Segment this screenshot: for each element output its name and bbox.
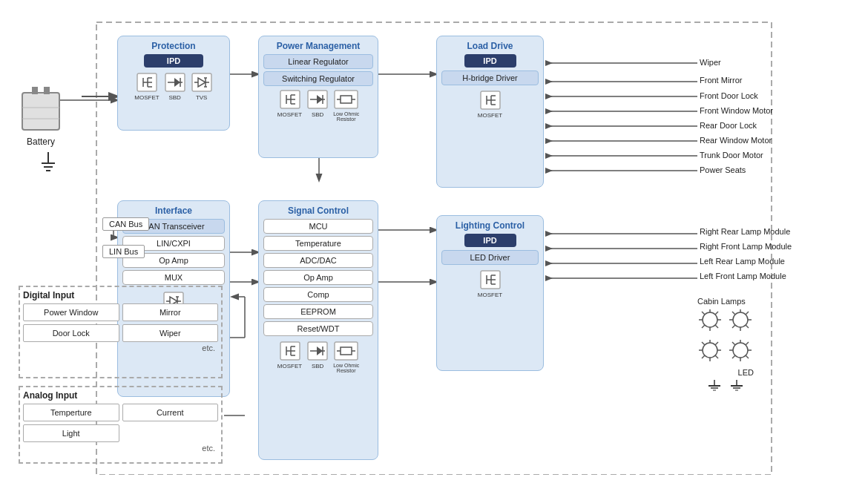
svg-line-152 [746, 355, 749, 358]
svg-rect-49 [32, 87, 38, 94]
svg-rect-48 [22, 93, 59, 130]
svg-line-134 [746, 325, 749, 328]
svg-marker-32 [545, 79, 553, 85]
lighting-icons: MOSFET [441, 269, 539, 298]
digital-input-door-lock: Door Lock [23, 324, 119, 342]
svg-marker-35 [545, 123, 553, 129]
led-label: LED [697, 368, 754, 377]
svg-marker-44 [545, 246, 553, 252]
svg-marker-46 [545, 275, 553, 281]
svg-marker-31 [545, 60, 553, 66]
svg-line-132 [746, 312, 749, 315]
svg-line-123 [715, 312, 718, 315]
svg-marker-45 [545, 260, 553, 266]
protection-ipd: IPD [144, 54, 203, 68]
analog-input-current: Current [122, 404, 219, 421]
svg-line-151 [732, 355, 735, 358]
analog-input-light: Light [23, 424, 119, 442]
cabin-lamps-label: Cabin Lamps [697, 297, 754, 306]
eeprom: EEPROM [263, 304, 373, 319]
lamp-grid [697, 309, 754, 365]
protection-icons: MOSFET SBD TVS [122, 72, 225, 101]
load-drive-block: Load Drive IPD H-bridge Driver MOSFET [436, 36, 544, 188]
output-trunk-door-motor: Trunk Door Motor [700, 151, 763, 160]
mcu: MCU [263, 219, 373, 234]
linear-regulator: Linear Regulator [263, 54, 373, 69]
analog-input-temperature: Temperture [23, 404, 119, 421]
analog-input-etc: etc. [23, 444, 218, 453]
protection-title: Protection [122, 41, 225, 51]
svg-line-143 [715, 355, 718, 358]
digital-input-title: Digital Input [23, 290, 218, 300]
svg-line-122 [702, 312, 705, 315]
output-wiper: Wiper [700, 58, 721, 67]
ground-symbols [697, 380, 754, 395]
led-driver: LED Driver [441, 250, 539, 265]
temperature: Temperature [263, 236, 373, 251]
signal-op-amp: Op Amp [263, 270, 373, 285]
output-front-door-lock: Front Door Lock [700, 91, 758, 100]
output-right-front-lamp: Right Front Lamp Module [700, 242, 792, 251]
power-mgmt-icons: MOSFET SBD Low OhmicResistor [263, 89, 373, 122]
output-left-front-lamp: Left Front Lamp Module [700, 272, 786, 280]
svg-marker-34 [545, 108, 553, 114]
analog-input-box: Analog Input Temperture Current Light et… [19, 386, 223, 464]
digital-input-box: Digital Input Power Window Mirror Door L… [19, 286, 223, 378]
svg-marker-43 [545, 231, 553, 237]
output-left-rear-lamp: Left Rear Lamp Module [700, 257, 785, 266]
svg-line-133 [732, 325, 735, 328]
output-front-window-motor: Front Window Motor [700, 106, 773, 115]
switching-regulator: Switching Regulator [263, 71, 373, 86]
lighting-control-title: Lighting Control [441, 220, 539, 231]
digital-input-mirror: Mirror [122, 303, 219, 321]
reset-wdt: Reset/WDT [263, 321, 373, 336]
svg-line-141 [715, 342, 718, 345]
lamp-icon-2 [728, 309, 754, 335]
svg-line-149 [732, 342, 735, 345]
svg-line-131 [732, 312, 735, 315]
lamp-icon-1 [697, 309, 723, 335]
svg-line-150 [746, 342, 749, 345]
lighting-ipd: IPD [464, 234, 516, 247]
load-drive-title: Load Drive [441, 41, 539, 51]
comp: Comp [263, 287, 373, 302]
mux: MUX [122, 270, 225, 285]
battery-label: Battery [19, 137, 63, 147]
svg-line-125 [715, 325, 718, 328]
power-mgmt-title: Power Management [263, 41, 373, 51]
cabin-lamps-section: Cabin Lamps [697, 297, 754, 395]
svg-marker-33 [545, 93, 553, 99]
lighting-control-block: Lighting Control IPD LED Driver MOSFET [436, 215, 544, 371]
lamp-icon-4 [728, 339, 754, 365]
lin-bus-label: LIN Bus [102, 245, 145, 258]
svg-marker-38 [545, 168, 553, 174]
svg-marker-37 [545, 153, 553, 159]
output-front-mirror: Front Mirror [700, 76, 742, 85]
output-power-seats: Power Seats [700, 165, 746, 174]
svg-marker-36 [545, 138, 553, 144]
digital-input-wiper: Wiper [122, 324, 219, 342]
lamp-icon-3 [697, 339, 723, 365]
battery-group: Battery [19, 78, 63, 147]
analog-input-title: Analog Input [23, 390, 218, 401]
output-rear-window-motor: Rear Window Motor [700, 136, 772, 145]
hbridge-driver: H-bridge Driver [441, 70, 539, 85]
protection-block: Protection IPD MOSFET SBD [117, 36, 230, 131]
digital-input-etc: etc. [23, 344, 218, 352]
load-drive-icons: MOSFET [441, 90, 539, 119]
svg-line-124 [702, 325, 705, 328]
svg-rect-50 [44, 87, 50, 94]
signal-control-title: Signal Control [263, 206, 373, 216]
output-rear-door-lock: Rear Door Lock [700, 121, 757, 130]
output-right-rear-lamp: Right Rear Lamp Module [700, 227, 790, 236]
digital-input-power-window: Power Window [23, 303, 119, 321]
svg-line-140 [702, 342, 705, 345]
adc-dac: ADC/DAC [263, 253, 373, 268]
load-drive-ipd: IPD [464, 54, 516, 68]
signal-icons: MOSFET SBD Low OhmicResistor [263, 341, 373, 373]
can-bus-label: CAN Bus [102, 217, 149, 231]
interface-title: Interface [122, 206, 225, 216]
svg-line-142 [702, 355, 705, 358]
digital-input-grid: Power Window Mirror Door Lock Wiper [23, 303, 218, 342]
analog-input-grid: Temperture Current Light [23, 404, 218, 442]
